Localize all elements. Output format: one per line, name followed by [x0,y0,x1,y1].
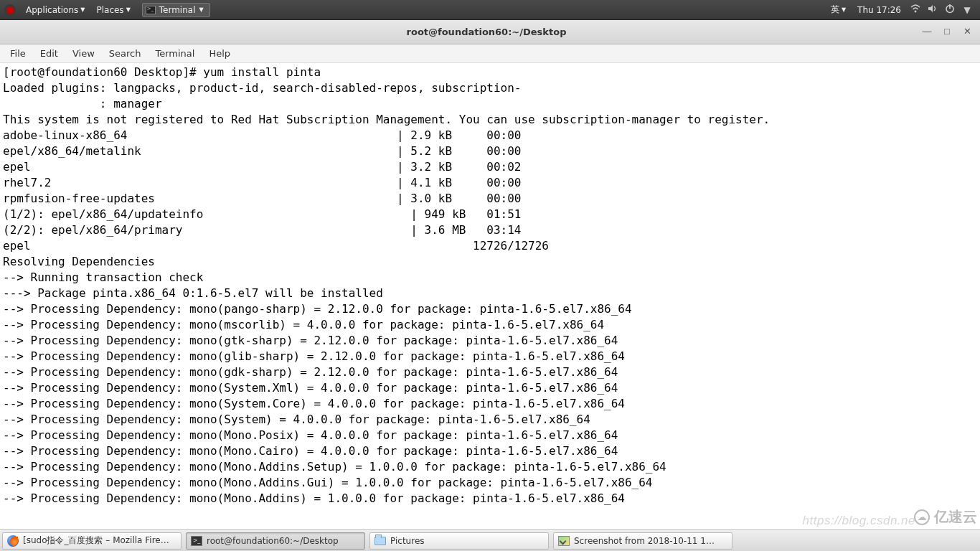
places-menu[interactable]: Places ▼ [90,0,136,20]
taskbar-label: root@foundation60:~/Desktop [207,536,339,546]
chevron-down-icon[interactable]: ▼ [960,5,974,15]
menu-terminal[interactable]: Terminal [148,44,202,63]
cloud-icon: ☁ [914,509,930,525]
applications-label: Applications [26,5,78,15]
menu-view[interactable]: View [65,44,102,63]
close-button[interactable]: ✕ [958,24,976,40]
volume-icon[interactable] [925,4,940,15]
menu-search[interactable]: Search [102,44,149,63]
firefox-icon [7,535,19,547]
terminal-icon: >_ [191,536,202,546]
blog-watermark: https://blog.csdn.ne [803,514,915,528]
menu-edit[interactable]: Edit [33,44,65,63]
minimize-button[interactable]: — [918,24,936,40]
window-title: root@foundation60:~/Desktop [57,27,915,37]
chevron-down-icon: ▼ [199,6,204,13]
taskbar-label: [sudo指令_百度搜索 – Mozilla Fire… [23,534,169,547]
menu-file[interactable]: File [3,44,33,63]
clock[interactable]: Thu 17:26 [852,0,907,20]
taskbar-item-firefox[interactable]: [sudo指令_百度搜索 – Mozilla Fire… [2,532,182,550]
menu-help[interactable]: Help [202,44,237,63]
active-window-label: Terminal [159,5,196,15]
image-icon [558,536,570,546]
taskbar-item-pictures[interactable]: Pictures [369,532,549,550]
applications-menu[interactable]: Applications ▼ [20,0,90,20]
chevron-down-icon: ▼ [842,6,846,13]
svg-point-0 [915,11,917,13]
gnome-bottom-panel: [sudo指令_百度搜索 – Mozilla Fire… >_ root@fou… [0,529,980,551]
terminal-menubar: File Edit View Search Terminal Help [0,44,980,63]
taskbar-item-terminal[interactable]: >_ root@foundation60:~/Desktop [186,532,365,550]
chevron-down-icon: ▼ [80,6,85,13]
power-icon[interactable] [943,4,957,16]
places-label: Places [96,5,123,15]
folder-icon [374,537,386,545]
site-watermark: ☁ 亿速云 [914,507,977,527]
redhat-logo-icon [4,4,16,16]
active-window-indicator[interactable]: Terminal ▼ [142,3,210,17]
window-titlebar[interactable]: root@foundation60:~/Desktop — □ ✕ [0,20,980,44]
taskbar-label: Screenshot from 2018-10-11 1… [574,536,715,546]
ime-label: 英 [831,4,839,16]
taskbar-item-screenshot[interactable]: Screenshot from 2018-10-11 1… [553,532,732,550]
gnome-top-panel: Applications ▼ Places ▼ Terminal ▼ 英 ▼ T… [0,0,980,20]
input-method-indicator[interactable]: 英 ▼ [825,0,852,20]
taskbar-label: Pictures [390,536,425,546]
clock-label: Thu 17:26 [857,5,901,15]
maximize-button[interactable]: □ [938,24,956,40]
network-icon[interactable] [908,4,923,15]
chevron-down-icon: ▼ [126,6,131,13]
terminal-output[interactable]: [root@foundation60 Desktop]# yum install… [0,63,980,529]
terminal-window: root@foundation60:~/Desktop — □ ✕ File E… [0,20,980,529]
terminal-icon [146,6,156,14]
